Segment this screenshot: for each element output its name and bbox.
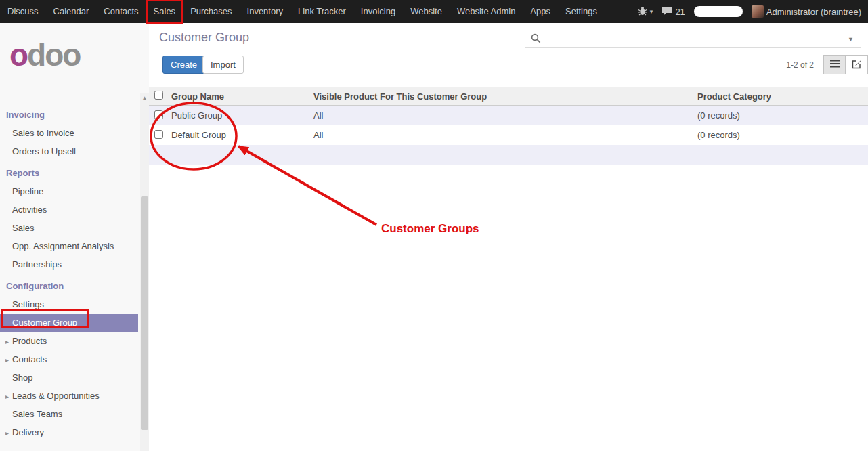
sidebar-item-sales-to-invoice[interactable]: Sales to Invoice [0,124,140,142]
sidebar-item-partnerships[interactable]: Partnerships [0,255,140,274]
row-checkbox-cell [149,130,169,141]
row-checkbox[interactable] [154,110,163,119]
search-dropdown-icon[interactable]: ▼ [846,36,855,43]
sidebar-item-sales[interactable]: Sales [0,219,140,237]
menu-inventory[interactable]: Inventory [240,0,290,23]
cell-visible-product[interactable]: All [311,110,694,121]
message-count: 21 [675,7,685,17]
sidebar-item-label: Products [12,336,47,346]
bug-icon [638,6,647,18]
empty-row [149,165,868,181]
menu-apps[interactable]: Apps [523,0,558,23]
menu-sales[interactable]: Sales [146,0,183,23]
table-row[interactable]: Default Group All (0 records) [149,125,868,145]
sidebar-section-configuration: Configuration [0,277,149,295]
sidebar-item-activities[interactable]: Activities [0,200,140,219]
expand-arrow-icon: ▸ [5,338,9,345]
sidebar-item-label: Sales Teams [12,409,62,419]
sidebar-item-products[interactable]: ▸Products [0,332,140,350]
sidebar-item-label: Customer Group [12,318,77,328]
expand-arrow-icon: ▸ [5,356,9,364]
menu-contacts[interactable]: Contacts [96,0,146,23]
logo-letters-doo: doo [27,37,80,72]
sidebar-item-label: Sales [12,223,35,233]
sidebar-item-customer-group[interactable]: Customer Group [0,314,138,332]
import-button[interactable]: Import [202,56,244,74]
cell-product-category[interactable]: (0 records) [694,130,868,140]
sidebar-item-label: Shop [12,372,32,383]
form-view-button[interactable] [846,55,868,74]
table-row[interactable]: Public Group All (0 records) [149,106,868,125]
sidebar-scrollbar[interactable]: ▲ [140,93,149,451]
sidebar-item-label: Contacts [12,354,47,364]
expand-arrow-icon: ▸ [5,429,9,437]
expand-arrow-icon: ▸ [5,393,9,400]
menu-website[interactable]: Website [403,0,450,23]
list-header-row: Group Name Visible Product For This Cust… [149,87,868,106]
debug-menu[interactable]: ▾ [638,6,653,18]
top-menubar: Discuss Calendar Contacts Sales Purchase… [0,0,868,23]
pager[interactable]: 1-2 of 2 [786,60,814,70]
empty-row [149,145,868,165]
list-view-button[interactable] [823,55,846,74]
avatar [752,5,764,18]
customer-group-list: Group Name Visible Product For This Cust… [149,87,868,181]
main-content: Customer Group ▼ Create Import 1-2 of 2 [149,23,868,451]
sidebar-item-delivery[interactable]: ▸Delivery [0,423,140,442]
topbar-right: ▾ 21 Administrator (braintree) [638,5,868,18]
sidebar-menu: Invoicing Sales to Invoice Orders to Ups… [0,93,149,442]
sidebar-item-label: Pipeline [12,186,43,196]
sidebar-item-label: Sales to Invoice [12,128,74,138]
sidebar-item-shop[interactable]: Shop [0,368,140,387]
odoo-logo[interactable]: odoo [0,23,149,93]
menu-invoicing[interactable]: Invoicing [353,0,403,23]
chat-bubble-icon [661,6,672,18]
sidebar-item-orders-to-upsell[interactable]: Orders to Upsell [0,142,140,160]
sidebar-item-label: Opp. Assignment Analysis [12,241,114,251]
sidebar-item-label: Settings [12,299,44,309]
sidebar-item-sales-teams[interactable]: Sales Teams [0,405,140,423]
column-header-visible-product[interactable]: Visible Product For This Customer Group [311,91,694,102]
cell-visible-product[interactable]: All [311,130,694,140]
sidebar-item-contacts[interactable]: ▸Contacts [0,350,140,368]
list-view-icon [830,60,840,70]
search-input[interactable] [545,34,842,44]
logo-letter-o: o [9,37,27,72]
app-sidebar: odoo Invoicing Sales to Invoice Orders t… [0,23,149,451]
sidebar-item-settings[interactable]: Settings [0,295,140,314]
sidebar-item-label: Partnerships [12,259,62,270]
menu-discuss[interactable]: Discuss [0,0,46,23]
sidebar-item-label: Orders to Upsell [12,146,76,156]
sidebar-item-label: Delivery [12,427,44,437]
scroll-up-arrow-icon[interactable]: ▲ [140,93,149,103]
create-button[interactable]: Create [162,56,205,74]
select-all-checkbox[interactable] [154,91,163,100]
column-header-product-category[interactable]: Product Category [694,91,868,102]
menu-settings[interactable]: Settings [558,0,605,23]
scrollbar-thumb[interactable] [141,196,148,430]
subscription-timer-pill[interactable] [694,6,743,17]
row-checkbox[interactable] [154,130,163,139]
search-box[interactable]: ▼ [525,30,861,48]
chevron-down-icon: ▾ [650,8,653,15]
sidebar-item-label: Activities [12,205,47,215]
cell-product-category[interactable]: (0 records) [694,110,868,121]
sidebar-section-invoicing: Invoicing [0,106,149,124]
sidebar-item-opp-assignment-analysis[interactable]: Opp. Assignment Analysis [0,237,140,255]
messages-indicator[interactable]: 21 [661,6,685,18]
sidebar-item-pipeline[interactable]: Pipeline [0,182,140,200]
sidebar-item-leads-opportunities[interactable]: ▸Leads & Opportunities [0,387,140,405]
page-title: Customer Group [159,30,249,45]
header-checkbox-cell [149,91,169,102]
menu-calendar[interactable]: Calendar [46,0,97,23]
cell-group-name[interactable]: Default Group [169,130,311,140]
form-edit-icon [852,59,862,71]
menu-link-tracker[interactable]: Link Tracker [290,0,353,23]
cell-group-name[interactable]: Public Group [169,110,311,121]
menu-website-admin[interactable]: Website Admin [450,0,523,23]
menu-purchases[interactable]: Purchases [183,0,239,23]
row-checkbox-cell [149,110,169,121]
search-icon [531,33,541,45]
column-header-group-name[interactable]: Group Name [169,91,311,102]
user-menu[interactable]: Administrator (braintree) [752,5,861,18]
